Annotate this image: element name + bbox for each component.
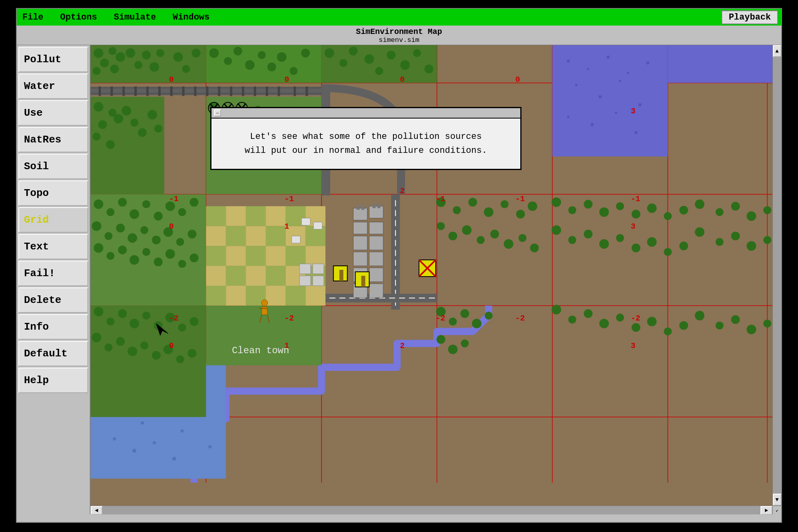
svg-point-232 [695, 311, 705, 320]
svg-rect-49 [158, 87, 161, 96]
svg-point-118 [325, 48, 334, 58]
svg-point-20 [619, 80, 621, 82]
sidebar-btn-text[interactable]: Text [18, 234, 88, 259]
scroll-up-button[interactable]: ▲ [773, 45, 782, 57]
svg-point-32 [141, 421, 144, 425]
svg-point-186 [599, 239, 609, 249]
svg-rect-60 [294, 87, 296, 96]
svg-point-218 [472, 319, 482, 328]
scroll-track-horizontal[interactable] [103, 506, 760, 514]
sidebar-btn-help[interactable]: Help [18, 368, 88, 393]
svg-point-77 [100, 59, 109, 67]
svg-point-152 [178, 260, 186, 268]
menu-options[interactable]: Options [58, 12, 99, 23]
svg-rect-270 [369, 222, 383, 234]
svg-rect-253 [286, 246, 306, 266]
svg-point-123 [387, 51, 395, 59]
svg-point-138 [116, 223, 125, 232]
svg-rect-251 [246, 246, 266, 266]
sidebar: PollutWaterUseNatResSoilTopoGridTextFail… [17, 45, 91, 514]
sidebar-btn-use[interactable]: Use [18, 100, 88, 126]
svg-point-228 [632, 323, 640, 332]
svg-point-135 [190, 198, 198, 207]
svg-text:0: 0 [169, 222, 174, 231]
svg-point-234 [731, 315, 740, 324]
svg-rect-57 [254, 87, 256, 96]
playback-button[interactable]: Playback [721, 10, 778, 24]
scrollbar-right: ▲ ▼ [772, 45, 781, 506]
dialog-titlebar: — [211, 108, 520, 119]
svg-point-170 [568, 206, 576, 214]
svg-rect-272 [369, 236, 383, 250]
svg-point-23 [591, 123, 594, 126]
svg-rect-311 [262, 307, 267, 315]
dialog-line2: will put our in normal and failure condi… [224, 144, 508, 158]
svg-rect-249 [206, 246, 226, 266]
scroll-down-button[interactable]: ▼ [773, 494, 782, 506]
svg-point-195 [747, 241, 756, 251]
svg-point-191 [679, 241, 688, 250]
svg-point-180 [731, 202, 740, 211]
menu-windows[interactable]: Windows [170, 12, 212, 23]
svg-point-207 [105, 343, 113, 351]
svg-point-171 [584, 200, 593, 209]
svg-text:-1: -1 [284, 194, 294, 204]
svg-point-192 [695, 227, 705, 237]
svg-point-173 [616, 202, 624, 210]
svg-point-103 [245, 60, 255, 70]
menu-file[interactable]: File [20, 12, 46, 23]
svg-point-160 [527, 202, 537, 211]
sidebar-btn-fail[interactable]: Fail! [18, 261, 88, 286]
svg-point-104 [258, 51, 266, 59]
svg-text:-2: -2 [284, 314, 294, 323]
svg-point-97 [138, 128, 147, 137]
svg-point-76 [109, 47, 117, 55]
svg-point-149 [142, 248, 150, 256]
svg-text:-1: -1 [631, 194, 640, 204]
svg-point-100 [209, 48, 219, 58]
sidebar-btn-soil[interactable]: Soil [18, 154, 88, 179]
sidebar-btn-pollut[interactable]: Pollut [18, 47, 88, 72]
svg-rect-265 [286, 286, 306, 306]
svg-text:-1: -1 [436, 194, 445, 204]
svg-point-87 [182, 65, 190, 73]
svg-point-143 [176, 238, 184, 246]
menu-simulate[interactable]: Simulate [111, 12, 158, 23]
svg-rect-283 [300, 264, 311, 274]
svg-point-177 [679, 206, 688, 215]
scroll-right-button[interactable]: ► [760, 506, 772, 515]
svg-rect-11 [552, 45, 668, 156]
svg-rect-294 [302, 218, 310, 225]
svg-rect-243 [206, 226, 226, 246]
svg-point-105 [267, 63, 276, 71]
svg-point-222 [461, 339, 469, 347]
svg-rect-282 [377, 204, 380, 208]
title-area: SimEnvironment Map simenv.sim [17, 26, 781, 45]
map-container[interactable]: 0 0 0 0 1 2 3 -1 -1 -1 -1 -1 0 1 3 -2 -2 [91, 45, 781, 514]
window-title: SimEnvironment Map [17, 27, 781, 36]
sidebar-btn-default[interactable]: Default [18, 341, 88, 366]
scroll-corner: ↙ [772, 506, 781, 514]
svg-point-146 [107, 252, 115, 260]
svg-rect-59 [278, 87, 280, 96]
svg-point-89 [94, 102, 103, 112]
svg-point-25 [634, 131, 638, 134]
svg-rect-261 [206, 286, 226, 306]
svg-point-161 [437, 222, 445, 230]
svg-text:2: 2 [400, 186, 405, 196]
svg-point-175 [647, 204, 657, 213]
sidebar-btn-grid[interactable]: Grid [18, 207, 88, 233]
sidebar-btn-info[interactable]: Info [18, 314, 88, 340]
scroll-left-button[interactable]: ◄ [91, 506, 103, 515]
svg-point-225 [584, 309, 593, 318]
svg-text:0: 0 [516, 75, 520, 84]
svg-point-40 [208, 445, 211, 449]
scroll-track-vertical[interactable] [773, 57, 781, 494]
dialog-minimize-button[interactable]: — [214, 109, 221, 117]
sidebar-btn-water[interactable]: Water [18, 73, 88, 99]
svg-rect-54 [218, 87, 220, 96]
sidebar-btn-delete[interactable]: Delete [18, 287, 88, 313]
sidebar-btn-topo[interactable]: Topo [18, 180, 88, 206]
svg-point-310 [261, 300, 268, 306]
sidebar-btn-natres[interactable]: NatRes [18, 127, 88, 152]
